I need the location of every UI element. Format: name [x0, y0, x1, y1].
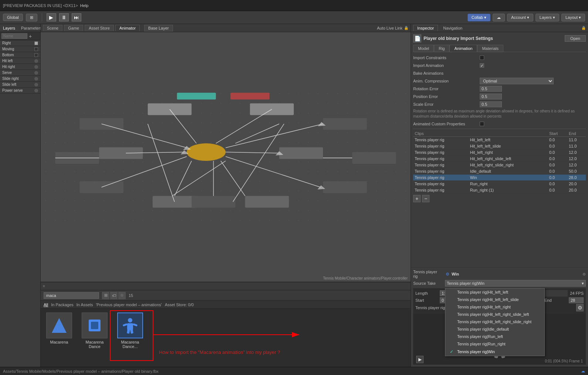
param-slide-right-toggle[interactable] [34, 77, 38, 81]
collab-btn[interactable]: Collab ▾ [468, 14, 490, 21]
params-search-input[interactable] [1, 33, 27, 39]
dropdown-item-win[interactable]: ✓ Tennis player rig|Win [445, 348, 544, 356]
scene-tab[interactable]: Scene [43, 25, 62, 31]
import-animation-checkbox[interactable] [480, 63, 484, 68]
filter-in-packages[interactable]: In Packages [51, 303, 74, 307]
project-search-input[interactable] [44, 292, 99, 299]
global-btn[interactable]: Global [3, 14, 23, 21]
add-param-icon[interactable]: + [29, 33, 32, 39]
param-bottom-checkbox[interactable] [34, 53, 38, 57]
param-slide-left: Slide left [0, 82, 40, 88]
param-bottom: Bottom [0, 52, 40, 58]
dropdown-item-idle-default[interactable]: Tennis player rig|Idle_default [445, 325, 544, 333]
clip-row-7[interactable]: Tennis player rig Run_right 0.0 20.0 [413, 181, 586, 187]
asset-store-tab[interactable]: Asset Store [85, 25, 114, 31]
navigation-tab[interactable]: Navigation [439, 25, 466, 31]
rotation-error-label: Rotation Error [413, 87, 480, 91]
source-take-title-row: Tennis player rig ⚙ Win ⚙ [413, 270, 586, 278]
inspector-tab[interactable]: Inspector [413, 25, 438, 31]
animator-graph[interactable]: Tennis Mobile/Character animators/Player… [41, 32, 411, 282]
base-layer-tab[interactable]: Base Layer [144, 25, 173, 31]
cloud-btn[interactable]: ☁ [493, 14, 505, 21]
animator-tab[interactable]: Animator [115, 25, 140, 31]
dropdown-item-hit-left-right-slide-right[interactable]: Tennis player rig|Hit_left_right_slide_r… [445, 318, 544, 325]
param-power-serve-toggle[interactable] [34, 89, 38, 92]
step-btn[interactable]: ⏭ [72, 13, 81, 21]
rig-icon: ⚙ [446, 272, 449, 277]
dropdown-item-hit-left-left-slide[interactable]: Tennis player rig|Hit_left_left_slide [445, 296, 544, 303]
inspector-lock-icon[interactable]: 🔒 [581, 26, 586, 30]
param-hit-right-toggle[interactable] [34, 65, 38, 69]
clip-end: 11.0 [567, 137, 586, 143]
clip-name: Run_right (1) [469, 187, 548, 193]
clip-row-2[interactable]: Tennis player rig Hit_left_right 0.0 12.… [413, 149, 586, 156]
import-constraints-row: Import Constraints [413, 54, 586, 61]
param-slide-left-toggle[interactable] [34, 83, 38, 87]
layers-tab[interactable]: Layers [0, 25, 18, 31]
pause-btn[interactable]: ⏸ [59, 13, 69, 21]
dropdown-item-hit-left-right-slide-left[interactable]: Tennis player rig|Hit_left_right_slide_l… [445, 311, 544, 318]
filter-asset-store[interactable]: Asset Store: 0/0 [165, 303, 194, 307]
filter-in-assets[interactable]: In Assets [77, 303, 93, 307]
scale-error-input[interactable] [480, 101, 502, 107]
rig-sub-tab[interactable]: Rig [434, 45, 450, 52]
model-sub-tab[interactable]: Model [413, 45, 434, 52]
layers-btn[interactable]: Layers ▾ [536, 14, 559, 21]
auto-live-link[interactable]: Auto Live Link [377, 26, 402, 30]
search-star-filter[interactable]: ☆ [118, 292, 126, 299]
search-label-filter[interactable]: 🏷 [110, 292, 118, 299]
grid-btn[interactable]: ⊞ [26, 14, 37, 21]
inspector-content: 📄 Player old binary Import Settings Open… [411, 32, 588, 267]
clip-row-0[interactable]: Tennis player rig Hit_left_left 0.0 11.0 [413, 137, 586, 143]
clip-row-5[interactable]: Tennis player rig Idle_default 0.0 50.0 [413, 168, 586, 175]
add-clip-btn[interactable]: + [413, 195, 421, 202]
param-right-checkbox[interactable] [34, 41, 38, 45]
source-take-dropdown[interactable]: Tennis player rig|Win ▾ [445, 280, 586, 287]
param-moving-checkbox[interactable] [34, 47, 38, 51]
end-input[interactable] [569, 297, 584, 303]
position-error-input[interactable] [480, 94, 502, 99]
asset-macarena-dance-selected[interactable]: Macarena Dance... [115, 312, 145, 349]
clip-row-4[interactable]: Tennis player rig Hit_left_right_slide_r… [413, 162, 586, 168]
dropdown-item-hit-left-right[interactable]: Tennis player rig|Hit_left_right [445, 303, 544, 311]
account-btn[interactable]: Account ▾ [507, 14, 533, 21]
filter-all[interactable]: All [44, 303, 48, 307]
remove-clip-btn[interactable]: − [422, 195, 429, 202]
clip-row-6[interactable]: Tennis player rig Win 0.0 28.0 [413, 175, 586, 181]
clip-row-1[interactable]: Tennis player rig Hit_left_left_slide 0.… [413, 143, 586, 149]
asset-macarena-dance[interactable]: Macarena Dance [80, 312, 109, 349]
import-constraints-checkbox[interactable] [480, 55, 484, 60]
dropdown-item-run-right[interactable]: Tennis player rig|Run_right [445, 340, 544, 348]
length-label: Length [415, 291, 438, 295]
search-type-filter[interactable]: ⊞ [102, 292, 109, 299]
end-label: End [544, 298, 567, 303]
dropdown-item-run-left[interactable]: Tennis player rig|Run_left [445, 333, 544, 340]
help-menu[interactable]: Help [80, 3, 89, 8]
clip-row-3[interactable]: Tennis player rig Hit_left_right_slide_l… [413, 156, 586, 162]
layout-btn[interactable]: Layout ▾ [561, 14, 585, 21]
anim-compression-dropdown[interactable]: Optimal Off Keyframe Reduction [480, 78, 554, 84]
play-btn[interactable]: ▶ [47, 13, 56, 21]
preview-timestamp: 0:01 (004.5%) Frame 1 [545, 359, 583, 363]
animator-section: Scene Game Asset Store Animator Base Lay… [41, 24, 411, 282]
start-label: Start [415, 298, 438, 303]
clip-row-8[interactable]: Tennis player rig Run_right (1) 0.0 20.0 [413, 187, 586, 193]
materials-sub-tab[interactable]: Materials [477, 45, 503, 52]
dropdown-item-hit-left-left[interactable]: Tennis player rig|Hit_left_left [445, 288, 544, 296]
timeline-settings-btn[interactable]: ⚙ [576, 304, 584, 311]
asset-macarena[interactable]: Macarena [44, 312, 74, 344]
animation-sub-tab[interactable]: Animation [449, 45, 477, 52]
preview-play-btn[interactable]: ▶ [416, 356, 424, 363]
fps-label: 24 FPS [570, 291, 584, 295]
game-tab[interactable]: Game [64, 25, 83, 31]
svg-rect-15 [245, 196, 289, 208]
param-serve-toggle[interactable] [34, 71, 38, 75]
source-take-dropdown-menu[interactable]: Tennis player rig|Hit_left_left Tennis p… [445, 288, 545, 356]
source-take-rig-label: Tennis player rig [413, 270, 443, 278]
rotation-error-input[interactable] [480, 86, 502, 92]
filter-previous-model[interactable]: 'Previous player model – animations' [96, 303, 162, 307]
animated-custom-properties-checkbox[interactable] [480, 122, 484, 126]
param-hit-left-toggle[interactable] [34, 59, 38, 63]
open-button[interactable]: Open [565, 35, 586, 42]
source-take-settings-icon[interactable]: ⚙ [582, 272, 586, 276]
